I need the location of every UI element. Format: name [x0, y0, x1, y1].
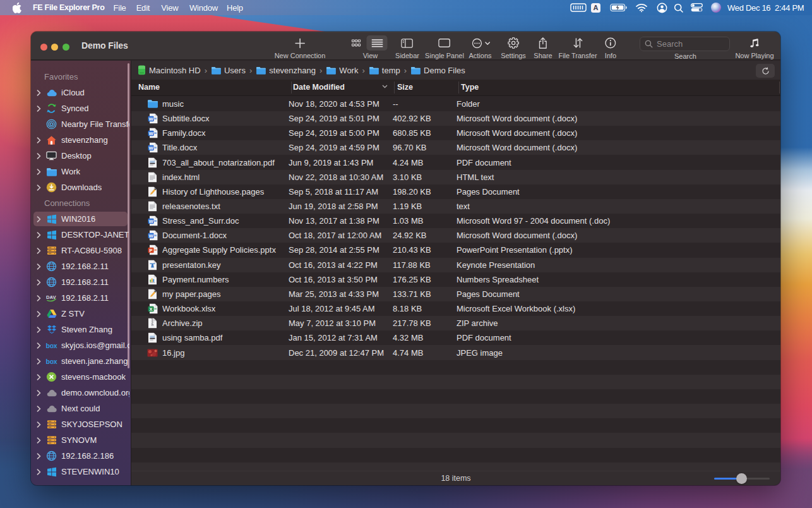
svg-text:W: W: [148, 233, 153, 239]
svg-text:W: W: [148, 116, 153, 122]
svg-text:X: X: [149, 306, 152, 312]
svg-text:P: P: [149, 248, 152, 253]
svg-text:W: W: [148, 145, 153, 151]
svg-text:W: W: [148, 131, 153, 136]
svg-text:W: W: [148, 219, 153, 224]
